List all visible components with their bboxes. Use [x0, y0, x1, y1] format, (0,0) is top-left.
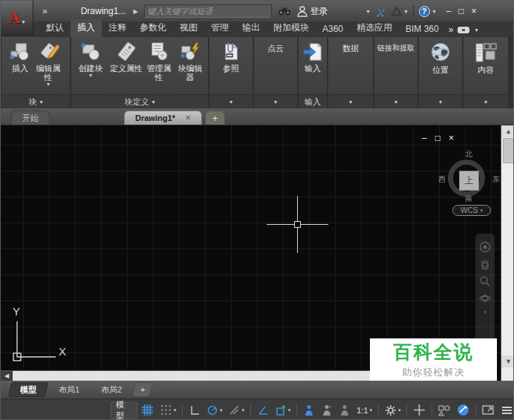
attach-reference-button[interactable]: 参照	[218, 39, 244, 74]
panel-import-footer[interactable]: 输入	[299, 94, 327, 108]
navigation-bar[interactable]: ▾	[475, 234, 495, 347]
maximize-button[interactable]: □	[458, 6, 463, 16]
viewcube-west-label[interactable]: 西	[438, 174, 446, 185]
panel-point-cloud-footer[interactable]: ▾	[254, 94, 297, 108]
manage-attributes-button[interactable]: 管理属性	[144, 39, 174, 83]
workspace-caret-icon[interactable]: ▾	[398, 407, 401, 413]
panel-block-footer[interactable]: 块 ▾	[1, 94, 70, 108]
osnap-tracking-toggle[interactable]	[255, 402, 271, 419]
osnap-caret-icon[interactable]: ▾	[288, 407, 291, 413]
import-button[interactable]: 输入	[300, 39, 325, 74]
tab-overflow-button[interactable]: »	[449, 24, 453, 35]
design-center-button[interactable]: 内容	[472, 39, 499, 76]
layout-tab-layout1[interactable]: 布局1	[48, 382, 91, 397]
tab-parametric[interactable]: 参数化	[133, 19, 173, 37]
tab-view[interactable]: 视图	[173, 19, 204, 37]
block-editor-button[interactable]: 块编辑器	[174, 39, 206, 83]
annotation-scale-person[interactable]	[336, 402, 353, 419]
pan-hand-icon[interactable]	[479, 258, 491, 270]
drawing-minimize-button[interactable]: –	[422, 133, 427, 143]
define-attributes-button[interactable]: 定义属性	[108, 39, 144, 74]
panel-location-footer[interactable]: ▾	[419, 94, 462, 108]
model-space-toggle[interactable]: 模型	[111, 402, 137, 419]
new-drawing-tab-button[interactable]: +	[205, 111, 226, 125]
tab-output[interactable]: 输出	[235, 19, 267, 37]
drawing-close-button[interactable]: ×	[449, 133, 454, 143]
snap-mode-toggle[interactable]: ▾	[157, 402, 178, 419]
navigation-wheel-icon[interactable]	[479, 241, 491, 253]
viewcube-east-label[interactable]: 东	[492, 174, 500, 185]
customization-button[interactable]	[498, 402, 514, 419]
grid-display-toggle[interactable]	[139, 402, 156, 419]
vertical-scrollbar[interactable]: ▲ ▼	[501, 125, 514, 381]
app-store-button[interactable]: ▾	[391, 6, 408, 16]
signin-caret-icon[interactable]: ▾	[367, 8, 370, 15]
scroll-up-button[interactable]: ▲	[501, 125, 514, 137]
tab-manage[interactable]: 管理	[204, 19, 235, 37]
viewcube-top-face[interactable]: 上	[459, 171, 479, 191]
layout-tab-layout2[interactable]: 布局2	[90, 382, 133, 397]
tab-bim360[interactable]: BIM 360	[399, 22, 446, 37]
create-block-button[interactable]: 创建块 ▾	[73, 39, 108, 80]
orbit-icon[interactable]	[479, 292, 491, 304]
annotation-scale-value[interactable]: 1:1 ▾	[354, 402, 374, 419]
object-snap-toggle[interactable]: ▾	[273, 402, 293, 419]
workspace-switching-button[interactable]: ▾	[383, 402, 403, 419]
application-menu-button[interactable]: A ▾	[1, 1, 33, 36]
vertical-scroll-thumb[interactable]	[503, 138, 514, 163]
autodesk-exchange-button[interactable]: X	[377, 5, 385, 18]
viewcube-south-label[interactable]: 南	[465, 194, 472, 204]
insert-block-button[interactable]: 插入	[7, 39, 33, 74]
panel-content-footer[interactable]: ▾	[463, 94, 508, 108]
sign-in-button[interactable]: 登录	[297, 5, 328, 18]
panel-reference-footer[interactable]: ▾	[209, 94, 253, 108]
zoom-magnifier-icon[interactable]	[479, 275, 491, 287]
help-search-box[interactable]	[144, 4, 272, 18]
isolate-objects-button[interactable]	[436, 402, 453, 419]
drawing-restore-button[interactable]: □	[435, 133, 440, 143]
file-tab-start[interactable]: 开始	[11, 111, 50, 125]
panel-block-definition-footer[interactable]: 块定义 ▾	[71, 94, 208, 108]
isodraft-toggle[interactable]: ▾	[227, 402, 247, 419]
graphics-performance-button[interactable]	[455, 402, 472, 419]
snap-caret-icon[interactable]: ▾	[174, 407, 177, 413]
tab-insert[interactable]: 插入	[71, 19, 102, 37]
help-button[interactable]: ? ▾	[419, 6, 436, 17]
layout-tab-model[interactable]: 模型	[8, 382, 48, 397]
viewcube-north-label[interactable]: 北	[465, 149, 472, 160]
scroll-left-button[interactable]: ◀	[1, 371, 13, 381]
quick-access-expand-button[interactable]: »	[42, 6, 47, 16]
isodraft-caret-icon[interactable]: ▾	[241, 407, 244, 413]
tab-addins[interactable]: 附加模块	[267, 19, 316, 37]
polar-tracking-toggle[interactable]: ▾	[204, 402, 224, 419]
minimize-button[interactable]: –	[446, 6, 452, 16]
annotation-visibility-toggle[interactable]	[301, 402, 317, 419]
panel-linking-footer[interactable]: ▾	[374, 94, 417, 108]
file-tab-close-icon[interactable]: ×	[186, 113, 191, 123]
tab-default[interactable]: 默认	[39, 19, 71, 37]
drawing-canvas[interactable]: – □ × 上 北 西 东 南 WCS ▾	[1, 125, 514, 381]
tab-a360[interactable]: A360	[316, 22, 350, 37]
set-location-button[interactable]: 位置	[427, 39, 454, 76]
new-layout-button[interactable]: +	[132, 382, 154, 397]
annotation-autoscale-toggle[interactable]	[319, 402, 335, 419]
tab-featured-apps[interactable]: 精选应用	[350, 19, 399, 37]
scroll-down-button[interactable]: ▼	[501, 355, 514, 367]
close-button[interactable]: ×	[472, 6, 477, 16]
ortho-mode-toggle[interactable]	[186, 402, 203, 419]
ribbon-display-icon[interactable]	[457, 26, 470, 34]
scale-caret-icon[interactable]: ▾	[370, 407, 373, 413]
clean-screen-button[interactable]	[480, 402, 497, 419]
search-input[interactable]	[145, 5, 271, 17]
navbar-caret-icon[interactable]: ▾	[484, 309, 487, 315]
polar-caret-icon[interactable]: ▾	[220, 407, 223, 413]
ribbon-display-caret-icon[interactable]: ▾	[475, 27, 478, 33]
file-tab-drawing1[interactable]: Drawing1* ×	[124, 111, 202, 125]
tab-annotate[interactable]: 注释	[102, 19, 133, 37]
wcs-selector[interactable]: WCS ▾	[452, 205, 491, 216]
search-button[interactable]	[278, 6, 291, 16]
panel-data-footer[interactable]: ▾	[328, 94, 373, 108]
edit-attributes-button[interactable]: 编辑属性 ▾	[33, 39, 64, 89]
annotation-monitor-button[interactable]	[411, 402, 428, 419]
horizontal-scrollbar[interactable]: ◀	[1, 370, 370, 381]
